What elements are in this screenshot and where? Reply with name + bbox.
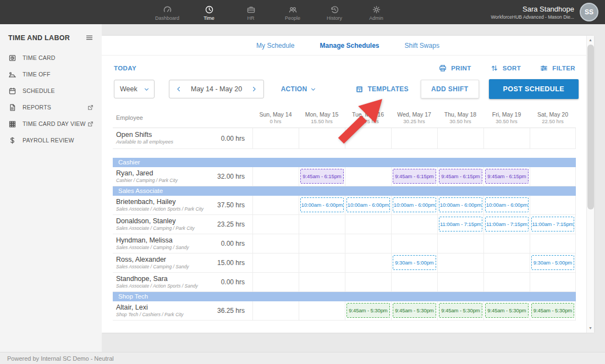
next-week-button[interactable]: [250, 85, 258, 93]
filter-button[interactable]: FILTER: [540, 64, 575, 73]
shift-chip[interactable]: 9:45am - 5:30pm: [439, 303, 482, 318]
scroll-down-button[interactable]: ▼: [587, 324, 594, 332]
day-cell[interactable]: 9:30am - 5:00pm: [530, 253, 576, 272]
day-cell[interactable]: 9:45am - 5:30pm: [530, 301, 576, 320]
shift-chip[interactable]: 9:45am - 6:15pm: [439, 169, 482, 184]
employee-cell[interactable]: Standhope, SaraSales Associate / Action …: [113, 273, 195, 291]
employee-cell[interactable]: Donaldson, StanleySales Associate / Camp…: [113, 215, 195, 234]
day-cell[interactable]: 9:45am - 6:15pm: [483, 167, 530, 186]
shift-chip[interactable]: 10:00am - 6:00pm: [300, 197, 344, 212]
topnav-item-history[interactable]: History: [314, 3, 355, 21]
day-cell[interactable]: [437, 253, 483, 272]
open-shift-day-cell[interactable]: [252, 128, 299, 148]
day-cell[interactable]: [252, 273, 299, 291]
vertical-scrollbar[interactable]: ▲ ▼: [586, 36, 594, 333]
day-cell[interactable]: [252, 253, 299, 272]
day-cell[interactable]: 11:00am - 7:15pm: [483, 215, 530, 234]
day-cell[interactable]: [299, 253, 345, 272]
templates-button[interactable]: TEMPLATES: [355, 85, 408, 93]
avatar[interactable]: SS: [580, 3, 598, 21]
employee-cell[interactable]: Ross, AlexanderSales Associate / Camping…: [113, 253, 195, 272]
add-shift-button[interactable]: ADD SHIFT: [421, 80, 479, 98]
shift-chip[interactable]: 9:45am - 5:30pm: [531, 303, 574, 318]
shift-chip[interactable]: 11:00am - 7:15pm: [485, 217, 529, 231]
topnav-item-people[interactable]: People: [272, 3, 314, 21]
day-cell[interactable]: 9:45am - 6:15pm: [391, 167, 437, 186]
shift-chip[interactable]: 11:00am - 7:15pm: [531, 217, 574, 231]
day-cell[interactable]: [299, 215, 345, 234]
shift-chip[interactable]: 10:00am - 6:00pm: [439, 197, 482, 212]
day-cell[interactable]: 9:45am - 5:30pm: [345, 301, 391, 320]
open-shift-day-cell[interactable]: [299, 128, 345, 148]
topnav-item-hr[interactable]: HR: [230, 3, 272, 21]
day-cell[interactable]: 9:45am - 5:30pm: [483, 301, 530, 320]
day-cell[interactable]: [345, 215, 391, 234]
open-shift-day-cell[interactable]: [483, 128, 530, 148]
shift-chip[interactable]: 9:45am - 5:30pm: [346, 303, 390, 318]
day-cell[interactable]: [252, 215, 299, 234]
day-cell[interactable]: [530, 273, 576, 291]
open-shift-day-cell[interactable]: [391, 128, 437, 148]
shift-chip[interactable]: 10:00am - 6:00pm: [393, 197, 436, 212]
sidebar-item-time-card[interactable]: TIME CARD: [0, 49, 102, 66]
shift-chip[interactable]: 9:45am - 6:15pm: [485, 169, 529, 184]
day-cell[interactable]: [530, 196, 576, 214]
day-cell[interactable]: [391, 234, 437, 253]
tab-manage-schedules[interactable]: Manage Schedules: [320, 42, 379, 49]
day-cell[interactable]: 9:45am - 6:15pm: [437, 167, 483, 186]
open-shift-day-cell[interactable]: [437, 128, 483, 148]
day-cell[interactable]: [530, 234, 576, 253]
shift-chip[interactable]: 9:45am - 5:30pm: [393, 303, 436, 318]
open-shifts-label-cell[interactable]: Open ShiftsAvailable to all employees: [113, 128, 195, 148]
day-cell[interactable]: [483, 234, 530, 253]
scroll-up-button[interactable]: ▲: [587, 36, 594, 44]
day-cell[interactable]: [483, 273, 530, 291]
day-cell[interactable]: 9:30am - 5:00pm: [391, 253, 437, 272]
day-cell[interactable]: [252, 167, 299, 186]
shift-chip[interactable]: 9:30am - 5:00pm: [393, 255, 436, 270]
sort-button[interactable]: SORT: [490, 64, 521, 73]
day-cell[interactable]: [299, 301, 345, 320]
day-cell[interactable]: [299, 273, 345, 291]
topnav-item-dashboard[interactable]: Dashboard: [146, 3, 188, 21]
day-cell[interactable]: [391, 215, 437, 234]
day-cell[interactable]: 9:45am - 5:30pm: [437, 301, 483, 320]
day-cell[interactable]: [345, 253, 391, 272]
scroll-thumb[interactable]: [587, 45, 594, 209]
day-cell[interactable]: 11:00am - 7:15pm: [530, 215, 576, 234]
day-cell[interactable]: 10:00am - 6:00pm: [345, 196, 391, 214]
tab-my-schedule[interactable]: My Schedule: [256, 42, 294, 49]
day-cell[interactable]: [437, 234, 483, 253]
day-cell[interactable]: 9:45am - 5:30pm: [391, 301, 437, 320]
view-select[interactable]: Week: [114, 80, 155, 98]
day-cell[interactable]: 10:00am - 6:00pm: [483, 196, 530, 214]
day-cell[interactable]: 10:00am - 6:00pm: [391, 196, 437, 214]
employee-cell[interactable]: Hyndman, MelissaSales Associate / Campin…: [113, 234, 195, 253]
day-cell[interactable]: [391, 273, 437, 291]
sidebar-item-time-card-day-view[interactable]: TIME CARD DAY VIEW: [0, 115, 102, 132]
day-cell[interactable]: [252, 196, 299, 214]
day-cell[interactable]: 11:00am - 7:15pm: [437, 215, 483, 234]
print-button[interactable]: PRINT: [438, 64, 471, 73]
menu-icon[interactable]: [85, 34, 94, 42]
shift-chip[interactable]: 11:00am - 7:15pm: [439, 217, 482, 231]
prev-week-button[interactable]: [175, 85, 183, 93]
shift-chip[interactable]: 9:30am - 5:00pm: [531, 255, 574, 270]
open-shift-day-cell[interactable]: [345, 128, 391, 148]
day-cell[interactable]: 9:45am - 6:15pm: [299, 167, 345, 186]
day-cell[interactable]: [345, 273, 391, 291]
employee-cell[interactable]: Altair, LexiShop Tech / Cashiers / Park …: [113, 301, 195, 320]
today-button[interactable]: TODAY: [114, 65, 136, 71]
day-cell[interactable]: [299, 234, 345, 253]
shift-chip[interactable]: 10:00am - 6:00pm: [346, 197, 390, 212]
day-cell[interactable]: 10:00am - 6:00pm: [437, 196, 483, 214]
employee-cell[interactable]: Brietenbach, HaileySales Associate / Act…: [113, 196, 195, 214]
shift-chip[interactable]: 10:00am - 6:00pm: [485, 197, 529, 212]
shift-chip[interactable]: 9:45am - 6:15pm: [300, 169, 344, 184]
day-cell[interactable]: 10:00am - 6:00pm: [299, 196, 345, 214]
day-cell[interactable]: [345, 167, 391, 186]
shift-chip[interactable]: 9:45am - 6:15pm: [393, 169, 436, 184]
topnav-item-time[interactable]: Time: [188, 3, 230, 21]
day-cell[interactable]: [252, 301, 299, 320]
topnav-item-admin[interactable]: Admin: [355, 3, 397, 21]
